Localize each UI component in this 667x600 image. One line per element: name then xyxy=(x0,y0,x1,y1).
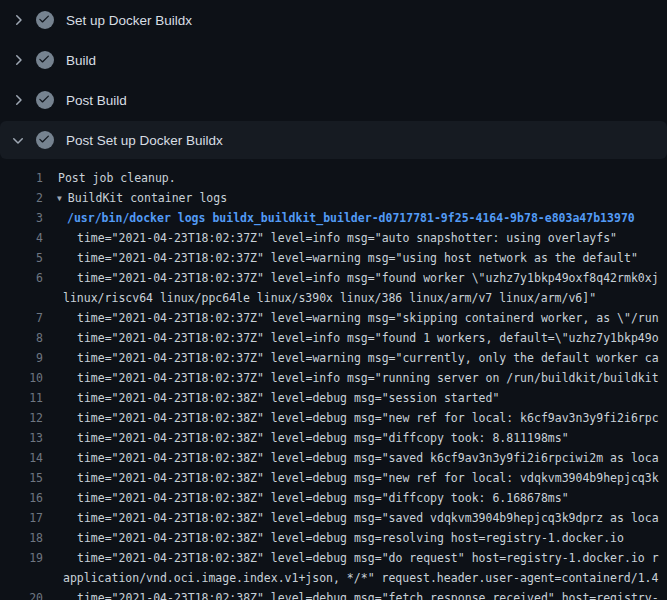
log-text: time="2021-04-23T18:02:38Z" level=debug … xyxy=(77,448,659,468)
log-text: time="2021-04-23T18:02:38Z" level=debug … xyxy=(77,488,569,508)
step-label: Post Build xyxy=(66,93,127,108)
log-text: time="2021-04-23T18:02:37Z" level=warnin… xyxy=(77,248,638,268)
log-row: 19time="2021-04-23T18:02:38Z" level=debu… xyxy=(0,548,667,568)
step-header-build[interactable]: Build xyxy=(0,40,667,80)
log-text: time="2021-04-23T18:02:37Z" level=info m… xyxy=(77,268,659,288)
line-number[interactable]: 8 xyxy=(0,328,43,348)
step-label: Post Set up Docker Buildx xyxy=(66,133,223,148)
line-number[interactable]: 10 xyxy=(0,368,43,388)
command-text: /usr/bin/docker logs buildx_buildkit_bui… xyxy=(67,208,635,228)
log-row: 15time="2021-04-23T18:02:38Z" level=debu… xyxy=(0,468,667,488)
line-number[interactable]: 12 xyxy=(0,408,43,428)
line-number[interactable]: 20 xyxy=(0,588,43,600)
log-text: time="2021-04-23T18:02:37Z" level=info m… xyxy=(77,328,659,348)
line-number[interactable]: 9 xyxy=(0,348,43,368)
log-row: linux/riscv64 linux/ppc64le linux/s390x … xyxy=(0,288,667,308)
line-number[interactable]: 14 xyxy=(0,448,43,468)
log-text: time="2021-04-23T18:02:37Z" level=warnin… xyxy=(77,348,659,368)
log-text: time="2021-04-23T18:02:38Z" level=debug … xyxy=(77,408,659,428)
line-number[interactable]: 5 xyxy=(0,248,43,268)
line-number[interactable]: 11 xyxy=(0,388,43,408)
log-row: 18time="2021-04-23T18:02:38Z" level=debu… xyxy=(0,528,667,548)
log-group-toggle[interactable]: ▼BuildKit container logs xyxy=(57,188,227,208)
log-text: time="2021-04-23T18:02:37Z" level=info m… xyxy=(77,228,617,248)
log-text: Post job cleanup. xyxy=(58,168,176,188)
line-number[interactable]: 16 xyxy=(0,488,43,508)
check-circle-icon xyxy=(36,131,54,149)
log-row: 17time="2021-04-23T18:02:38Z" level=debu… xyxy=(0,508,667,528)
line-number[interactable]: 13 xyxy=(0,428,43,448)
log-text-continuation: application/vnd.oci.image.index.v1+json,… xyxy=(63,568,658,588)
check-circle-icon xyxy=(36,91,54,109)
check-circle-icon xyxy=(36,51,54,69)
line-number[interactable]: 19 xyxy=(0,548,43,568)
line-number[interactable]: 3 xyxy=(0,208,43,228)
step-header-post-build[interactable]: Post Build xyxy=(0,80,667,120)
chevron-right-icon xyxy=(10,52,26,68)
log-row: 3/usr/bin/docker logs buildx_buildkit_bu… xyxy=(0,208,667,228)
log-row: 13time="2021-04-23T18:02:38Z" level=debu… xyxy=(0,428,667,448)
line-number[interactable]: 15 xyxy=(0,468,43,488)
log-text-continuation: linux/riscv64 linux/ppc64le linux/s390x … xyxy=(63,288,596,308)
step-label: Build xyxy=(66,53,96,68)
line-number[interactable]: 2 xyxy=(0,188,43,208)
step-header-post-set-up-docker-buildx[interactable]: Post Set up Docker Buildx xyxy=(0,121,667,159)
log-row: 14time="2021-04-23T18:02:38Z" level=debu… xyxy=(0,448,667,468)
log-row: application/vnd.oci.image.index.v1+json,… xyxy=(0,568,667,588)
log-row: 20time="2021-04-23T18:02:38Z" level=debu… xyxy=(0,588,667,600)
line-number[interactable]: 6 xyxy=(0,268,43,288)
line-number xyxy=(0,288,43,308)
line-number[interactable]: 1 xyxy=(0,168,43,188)
log-row: 1Post job cleanup. xyxy=(0,168,667,188)
log-row: 5time="2021-04-23T18:02:37Z" level=warni… xyxy=(0,248,667,268)
log-row: 8time="2021-04-23T18:02:37Z" level=info … xyxy=(0,328,667,348)
line-number[interactable]: 18 xyxy=(0,528,43,548)
log-group-label: BuildKit container logs xyxy=(68,191,227,205)
chevron-right-icon xyxy=(10,12,26,28)
log-row: 10time="2021-04-23T18:02:37Z" level=info… xyxy=(0,368,667,388)
log-row: 12time="2021-04-23T18:02:38Z" level=debu… xyxy=(0,408,667,428)
chevron-right-icon xyxy=(10,92,26,108)
log-text: time="2021-04-23T18:02:38Z" level=debug … xyxy=(77,508,659,528)
log-row: 16time="2021-04-23T18:02:38Z" level=debu… xyxy=(0,488,667,508)
chevron-down-icon xyxy=(10,132,26,148)
line-number[interactable]: 17 xyxy=(0,508,43,528)
log-row: 6time="2021-04-23T18:02:37Z" level=info … xyxy=(0,268,667,288)
line-number xyxy=(0,568,43,588)
log-row: 4time="2021-04-23T18:02:37Z" level=info … xyxy=(0,228,667,248)
step-header-set-up-docker-buildx[interactable]: Set up Docker Buildx xyxy=(0,0,667,40)
log-viewer: 1Post job cleanup.2▼BuildKit container l… xyxy=(0,160,667,600)
steps-list: Set up Docker BuildxBuildPost BuildPost … xyxy=(0,0,667,159)
log-text: time="2021-04-23T18:02:37Z" level=warnin… xyxy=(77,308,659,328)
line-number[interactable]: 7 xyxy=(0,308,43,328)
log-text: time="2021-04-23T18:02:38Z" level=debug … xyxy=(77,548,659,568)
check-circle-icon xyxy=(36,11,54,29)
triangle-down-icon: ▼ xyxy=(57,189,62,209)
log-text: time="2021-04-23T18:02:37Z" level=info m… xyxy=(77,368,659,388)
log-row: 11time="2021-04-23T18:02:38Z" level=debu… xyxy=(0,388,667,408)
log-text: time="2021-04-23T18:02:38Z" level=debug … xyxy=(77,468,659,488)
log-text: time="2021-04-23T18:02:38Z" level=debug … xyxy=(77,528,624,548)
log-row: 7time="2021-04-23T18:02:37Z" level=warni… xyxy=(0,308,667,328)
log-text: time="2021-04-23T18:02:38Z" level=debug … xyxy=(77,588,659,600)
step-label: Set up Docker Buildx xyxy=(66,13,192,28)
line-number[interactable]: 4 xyxy=(0,228,43,248)
log-row: 2▼BuildKit container logs xyxy=(0,188,667,208)
log-row: 9time="2021-04-23T18:02:37Z" level=warni… xyxy=(0,348,667,368)
log-text: time="2021-04-23T18:02:38Z" level=debug … xyxy=(77,428,569,448)
log-text: time="2021-04-23T18:02:38Z" level=debug … xyxy=(77,388,499,408)
